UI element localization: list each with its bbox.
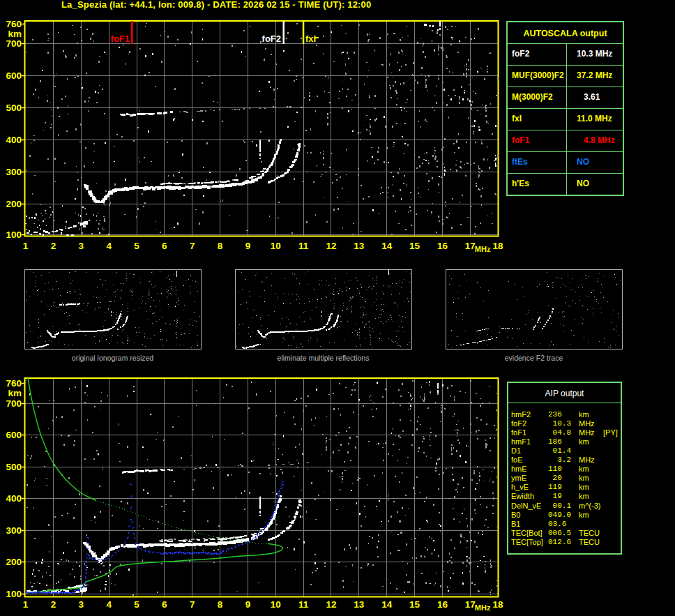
svg-text:8: 8 bbox=[218, 241, 223, 251]
svg-text:760: 760 bbox=[6, 378, 22, 389]
svg-text:11: 11 bbox=[298, 241, 309, 251]
svg-text:7: 7 bbox=[190, 599, 195, 610]
svg-text:evidence F2 trace: evidence F2 trace bbox=[505, 354, 563, 362]
svg-text:3: 3 bbox=[79, 599, 84, 610]
svg-text:3: 3 bbox=[79, 241, 84, 251]
svg-text:16: 16 bbox=[437, 241, 448, 251]
svg-text:12: 12 bbox=[326, 241, 336, 251]
svg-text:15: 15 bbox=[409, 599, 420, 610]
svg-text:MHz: MHz bbox=[475, 603, 491, 612]
svg-text:7: 7 bbox=[190, 241, 195, 251]
svg-text:11: 11 bbox=[298, 599, 309, 610]
svg-text:5: 5 bbox=[134, 599, 139, 610]
svg-text:300: 300 bbox=[6, 525, 22, 536]
svg-text:MHz: MHz bbox=[475, 245, 491, 253]
svg-text:14: 14 bbox=[381, 241, 393, 251]
svg-text:2: 2 bbox=[51, 599, 56, 610]
svg-text:500: 500 bbox=[6, 462, 22, 472]
svg-text:fxI: fxI bbox=[305, 33, 316, 44]
svg-text:6: 6 bbox=[162, 241, 167, 251]
svg-text:foF2: foF2 bbox=[262, 33, 281, 44]
svg-text:700: 700 bbox=[6, 398, 22, 409]
svg-text:eliminate multiple reflections: eliminate multiple reflections bbox=[278, 354, 370, 362]
svg-text:14: 14 bbox=[381, 599, 393, 610]
svg-text:400: 400 bbox=[6, 135, 22, 145]
svg-text:original ionogram resized: original ionogram resized bbox=[72, 354, 153, 362]
svg-text:2: 2 bbox=[51, 241, 56, 251]
svg-text:200: 200 bbox=[6, 199, 22, 209]
svg-text:16: 16 bbox=[437, 599, 448, 610]
svg-text:600: 600 bbox=[6, 70, 22, 81]
svg-text:13: 13 bbox=[354, 599, 365, 610]
svg-text:9: 9 bbox=[245, 599, 251, 610]
svg-text:5: 5 bbox=[134, 241, 139, 251]
svg-text:4: 4 bbox=[106, 241, 112, 251]
svg-text:700: 700 bbox=[6, 38, 22, 49]
svg-text:400: 400 bbox=[6, 493, 22, 504]
svg-text:100: 100 bbox=[6, 230, 22, 240]
svg-text:km: km bbox=[8, 29, 22, 39]
svg-text:km: km bbox=[8, 388, 22, 398]
svg-text:6: 6 bbox=[162, 599, 167, 610]
svg-text:760: 760 bbox=[6, 19, 22, 29]
svg-text:17: 17 bbox=[465, 599, 476, 610]
svg-text:9: 9 bbox=[245, 241, 251, 251]
svg-text:100: 100 bbox=[6, 589, 22, 599]
svg-text:10: 10 bbox=[271, 599, 281, 610]
svg-text:1: 1 bbox=[23, 599, 29, 610]
svg-text:10: 10 bbox=[271, 241, 281, 251]
svg-text:500: 500 bbox=[6, 103, 22, 113]
svg-text:600: 600 bbox=[6, 430, 22, 440]
svg-text:1: 1 bbox=[23, 241, 29, 251]
svg-text:8: 8 bbox=[218, 599, 223, 610]
svg-text:17: 17 bbox=[465, 241, 476, 251]
svg-text:200: 200 bbox=[6, 557, 22, 567]
svg-text:12: 12 bbox=[326, 599, 336, 610]
svg-text:300: 300 bbox=[6, 167, 22, 177]
svg-text:foF1: foF1 bbox=[111, 33, 130, 44]
svg-text:18: 18 bbox=[493, 599, 504, 610]
svg-text:15: 15 bbox=[409, 241, 420, 251]
svg-text:18: 18 bbox=[493, 241, 504, 251]
svg-text:13: 13 bbox=[354, 241, 365, 251]
svg-text:4: 4 bbox=[106, 599, 112, 610]
